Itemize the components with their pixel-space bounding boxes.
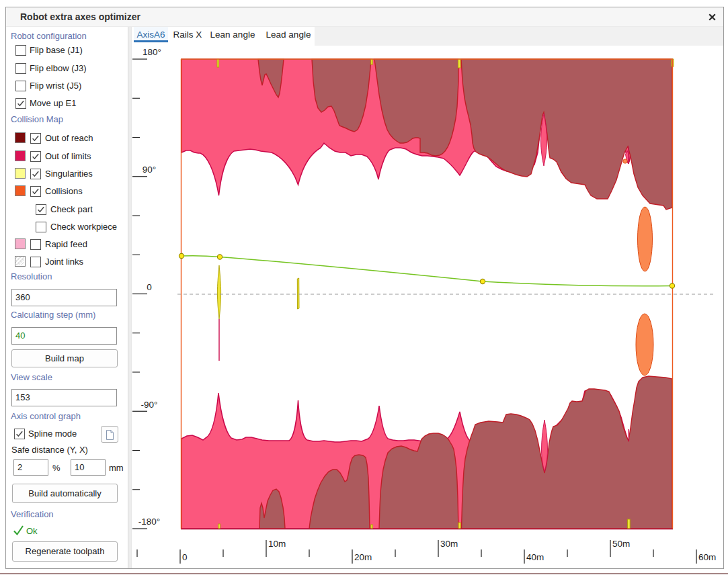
svg-text:0: 0 (147, 282, 152, 292)
svg-text:60m: 60m (698, 552, 716, 562)
svg-text:0: 0 (182, 552, 188, 562)
svg-text:30m: 30m (440, 539, 458, 549)
svg-text:-180°: -180° (138, 517, 160, 527)
svg-text:180°: 180° (143, 47, 161, 57)
svg-text:-90°: -90° (141, 400, 158, 410)
svg-text:50m: 50m (612, 539, 630, 549)
svg-text:90°: 90° (143, 165, 156, 175)
svg-text:10m: 10m (268, 539, 286, 549)
svg-text:20m: 20m (354, 552, 372, 562)
svg-text:40m: 40m (526, 552, 544, 562)
